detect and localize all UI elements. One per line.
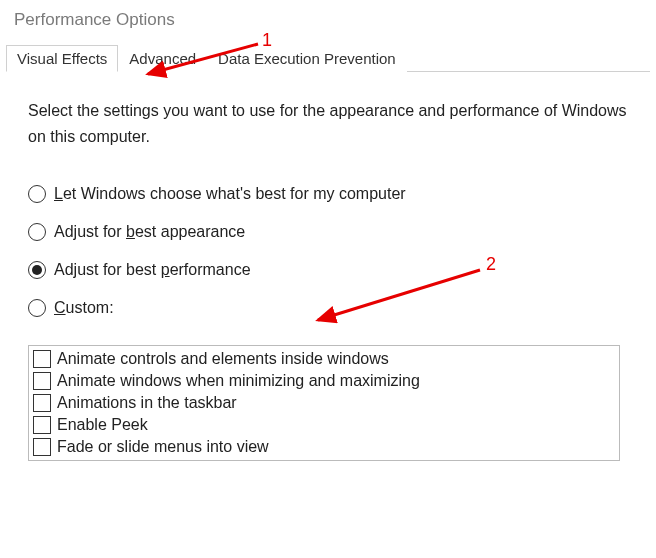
check-label: Enable Peek (57, 416, 148, 434)
check-label: Animate controls and elements inside win… (57, 350, 389, 368)
list-item[interactable]: Enable Peek (33, 414, 615, 436)
tab-data-execution-prevention[interactable]: Data Execution Prevention (207, 45, 407, 72)
list-item[interactable]: Animate controls and elements inside win… (33, 348, 615, 370)
radio-label: Let Windows choose what's best for my co… (54, 185, 406, 203)
check-label: Animate windows when minimizing and maxi… (57, 372, 420, 390)
radio-icon (28, 223, 46, 241)
radio-icon (28, 261, 46, 279)
check-label: Fade or slide menus into view (57, 438, 269, 456)
radio-group-presets: Let Windows choose what's best for my co… (28, 175, 628, 327)
checkbox-icon[interactable] (33, 416, 51, 434)
checkbox-icon[interactable] (33, 350, 51, 368)
tab-strip: Visual Effects Advanced Data Execution P… (6, 44, 650, 72)
radio-label: Custom: (54, 299, 114, 317)
effects-checklist: Animate controls and elements inside win… (28, 345, 620, 461)
checkbox-icon[interactable] (33, 394, 51, 412)
radio-icon (28, 299, 46, 317)
tab-panel-visual-effects: Select the settings you want to use for … (0, 72, 656, 461)
checkbox-icon[interactable] (33, 438, 51, 456)
radio-best-appearance[interactable]: Adjust for best appearance (28, 213, 628, 251)
radio-dot-icon (32, 265, 42, 275)
radio-let-windows-choose[interactable]: Let Windows choose what's best for my co… (28, 175, 628, 213)
intro-text: Select the settings you want to use for … (28, 98, 628, 149)
window-title: Performance Options (0, 0, 656, 44)
checkbox-icon[interactable] (33, 372, 51, 390)
radio-label: Adjust for best appearance (54, 223, 245, 241)
list-item[interactable]: Fade or slide menus into view (33, 436, 615, 458)
tab-advanced[interactable]: Advanced (118, 45, 207, 72)
check-label: Animations in the taskbar (57, 394, 237, 412)
radio-custom[interactable]: Custom: (28, 289, 628, 327)
list-item[interactable]: Animations in the taskbar (33, 392, 615, 414)
radio-icon (28, 185, 46, 203)
radio-best-performance[interactable]: Adjust for best performance (28, 251, 628, 289)
tab-visual-effects[interactable]: Visual Effects (6, 45, 118, 72)
radio-label: Adjust for best performance (54, 261, 251, 279)
list-item[interactable]: Animate windows when minimizing and maxi… (33, 370, 615, 392)
